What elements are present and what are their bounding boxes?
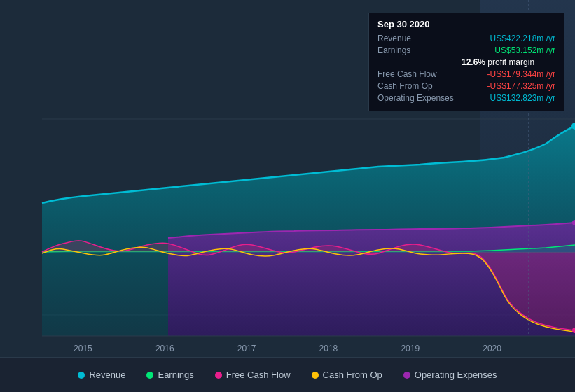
tooltip-title: Sep 30 2020 — [377, 19, 555, 29]
tooltip-label-opex: Operating Expenses — [377, 93, 462, 103]
tooltip-row-fcf: Free Cash Flow -US$179.344m /yr — [377, 69, 555, 79]
legend-dot-revenue — [78, 372, 85, 379]
tooltip-row-cashop: Cash From Op -US$177.325m /yr — [377, 81, 555, 91]
legend-dot-fcf — [215, 372, 222, 379]
tooltip-label-earnings: Earnings — [377, 46, 462, 55]
legend-dot-cashop — [312, 372, 319, 379]
legend-label-fcf: Free Cash Flow — [226, 370, 291, 380]
legend-item-operating-expenses[interactable]: Operating Expenses — [403, 370, 497, 380]
x-label-2016: 2016 — [155, 344, 174, 354]
legend-label-earnings: Earnings — [158, 370, 193, 380]
legend-label-revenue: Revenue — [89, 370, 125, 380]
x-label-2018: 2018 — [319, 344, 338, 354]
tooltip-label-revenue: Revenue — [377, 34, 462, 43]
legend-label-opex: Operating Expenses — [415, 370, 497, 380]
tooltip-value-opex: US$132.823m /yr — [490, 93, 555, 103]
legend-item-earnings[interactable]: Earnings — [146, 370, 193, 380]
tooltip-value-earnings: US$53.152m /yr — [494, 46, 555, 55]
tooltip-value-revenue: US$422.218m /yr — [490, 34, 555, 43]
legend-item-free-cash-flow[interactable]: Free Cash Flow — [215, 370, 291, 380]
tooltip-row-opex: Operating Expenses US$132.823m /yr — [377, 93, 555, 103]
profit-margin: 12.6% profit margin — [462, 57, 555, 67]
legend-item-cash-from-op[interactable]: Cash From Op — [312, 370, 382, 380]
tooltip-value-fcf: -US$179.344m /yr — [487, 69, 555, 79]
legend-item-revenue[interactable]: Revenue — [78, 370, 125, 380]
x-label-2020: 2020 — [483, 344, 501, 354]
legend-label-cashop: Cash From Op — [323, 370, 382, 380]
tooltip-row-revenue: Revenue US$422.218m /yr — [377, 34, 555, 43]
tooltip-label-cashop: Cash From Op — [377, 81, 462, 91]
legend-dot-earnings — [146, 372, 153, 379]
x-label-2019: 2019 — [401, 344, 420, 354]
legend-dot-opex — [403, 372, 410, 379]
x-label-2017: 2017 — [237, 344, 256, 354]
tooltip-row-earnings: Earnings US$53.152m /yr — [377, 46, 555, 55]
legend-bar: Revenue Earnings Free Cash Flow Cash Fro… — [0, 357, 575, 392]
x-label-2015: 2015 — [74, 344, 92, 354]
tooltip-value-cashop: -US$177.325m /yr — [487, 81, 555, 91]
tooltip-label-fcf: Free Cash Flow — [377, 69, 462, 79]
tooltip-box: Sep 30 2020 Revenue US$422.218m /yr Earn… — [368, 13, 564, 111]
